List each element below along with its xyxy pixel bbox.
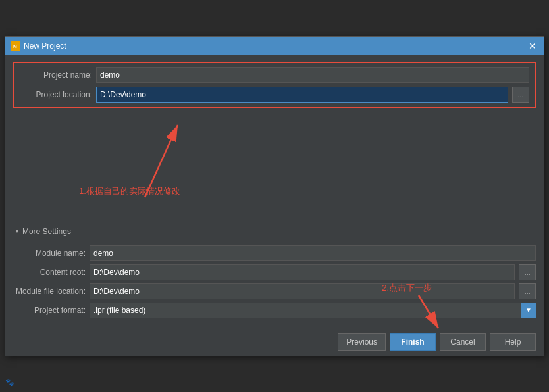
new-project-dialog: N New Project ✕ Project name: Project lo…	[5, 36, 544, 356]
more-settings-body: Module name: Content root: ... Module fi…	[13, 243, 536, 321]
finish-button[interactable]: Finish	[390, 333, 436, 351]
project-name-input[interactable]	[96, 67, 529, 83]
annotation-area: 1.根据自己的实际情况修改	[13, 112, 536, 217]
dialog-icon: N	[11, 41, 20, 51]
module-file-location-input[interactable]	[90, 283, 515, 299]
taskbar: 🐾	[0, 372, 549, 392]
dialog-title: New Project	[24, 41, 66, 51]
more-settings-toggle[interactable]: ▼ More Settings	[13, 224, 536, 239]
highlight-box: Project name: Project location: ...	[13, 62, 536, 108]
project-location-browse-button[interactable]: ...	[512, 87, 529, 103]
dialog-footer: 2.点击下一步 Previous Finish Cancel Help	[5, 328, 544, 356]
project-format-select-wrapper: .ipr (file based) ▼	[90, 303, 536, 318]
project-location-row: Project location: ...	[20, 87, 529, 103]
project-format-label: Project format:	[13, 306, 86, 315]
close-button[interactable]: ✕	[527, 40, 538, 52]
more-settings-label: More Settings	[22, 227, 71, 236]
previous-button[interactable]: Previous	[338, 333, 386, 351]
content-root-row: Content root: ...	[13, 264, 536, 280]
module-file-location-label: Module file location:	[13, 287, 86, 296]
toggle-icon: ▼	[14, 228, 20, 234]
title-bar: N New Project ✕	[5, 37, 544, 55]
project-format-row: Project format: .ipr (file based) ▼	[13, 303, 536, 318]
project-name-label: Project name:	[20, 70, 92, 80]
content-root-label: Content root:	[13, 268, 86, 277]
dialog-body: Project name: Project location: ...	[5, 55, 544, 328]
project-location-label: Project location:	[20, 90, 92, 99]
project-format-select[interactable]: .ipr (file based)	[90, 303, 536, 318]
svg-text:N: N	[13, 43, 17, 49]
content-root-input[interactable]	[90, 264, 515, 280]
module-file-location-row: Module file location: ...	[13, 283, 536, 299]
annotation-text-1: 1.根据自己的实际情况修改	[79, 185, 180, 197]
module-file-location-browse-button[interactable]: ...	[519, 283, 536, 299]
title-bar-left: N New Project	[11, 41, 66, 51]
annotation-arrow-svg	[13, 112, 536, 217]
module-name-input[interactable]	[90, 245, 536, 261]
project-location-input[interactable]	[96, 87, 508, 103]
cancel-button[interactable]: Cancel	[440, 333, 486, 351]
module-name-label: Module name:	[13, 249, 86, 258]
help-button[interactable]: Help	[490, 333, 536, 351]
project-name-row: Project name:	[20, 67, 529, 83]
content-root-browse-button[interactable]: ...	[519, 264, 536, 280]
taskbar-text: 🐾	[5, 378, 14, 387]
module-name-row: Module name:	[13, 245, 536, 261]
